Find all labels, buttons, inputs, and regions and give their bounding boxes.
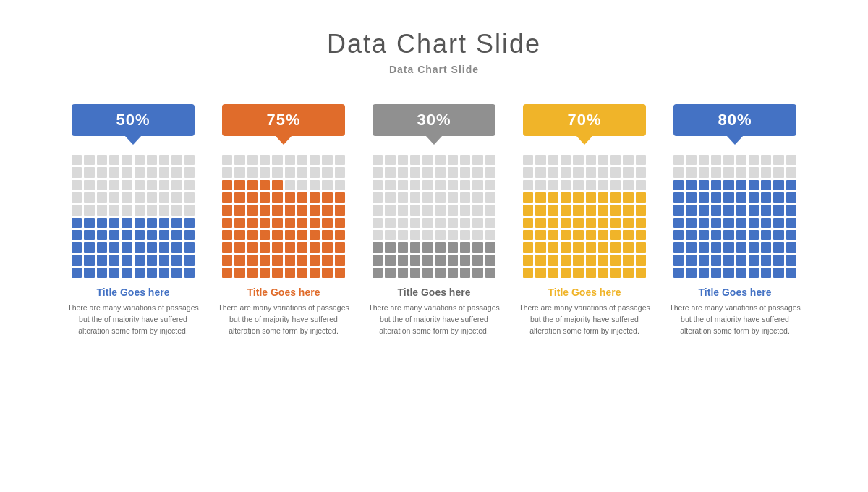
grid-cell xyxy=(736,192,746,203)
grid-cell xyxy=(749,242,759,253)
grid-cell xyxy=(222,167,232,177)
grid-cell xyxy=(97,192,107,203)
grid-cell xyxy=(773,167,783,177)
grid-cell xyxy=(373,155,383,165)
grid-cell xyxy=(272,192,282,203)
grid-cell xyxy=(84,155,94,165)
grid-cell xyxy=(535,167,545,177)
grid-cell xyxy=(610,205,621,215)
grid-cell xyxy=(523,167,533,177)
grid-cell xyxy=(598,255,608,265)
grid-cell xyxy=(272,218,282,228)
grid-cell xyxy=(109,230,119,240)
grid-cell xyxy=(84,268,94,278)
grid-cell xyxy=(699,230,709,240)
grid-cell xyxy=(786,230,796,240)
chart-desc-5: There are many variations of passages bu… xyxy=(666,302,804,336)
grid-cell xyxy=(448,192,458,203)
grid-cell xyxy=(472,268,482,278)
waffle-3 xyxy=(373,155,495,278)
grid-cell xyxy=(285,242,295,253)
grid-cell xyxy=(686,218,696,228)
grid-cell xyxy=(410,242,420,253)
grid-cell xyxy=(598,205,608,215)
grid-cell xyxy=(610,268,621,278)
badge-4: 70% xyxy=(523,104,646,136)
grid-cell xyxy=(398,167,408,177)
grid-cell xyxy=(523,205,533,215)
grid-cell xyxy=(147,167,157,177)
grid-cell xyxy=(72,180,82,190)
grid-cell xyxy=(135,255,145,265)
grid-cell xyxy=(761,218,771,228)
grid-cell xyxy=(598,167,608,177)
grid-cell xyxy=(435,167,446,177)
grid-cell xyxy=(72,242,82,253)
grid-cell xyxy=(109,268,119,278)
grid-cell xyxy=(122,205,132,215)
grid-cell xyxy=(72,167,82,177)
grid-cell xyxy=(335,230,345,240)
grid-cell xyxy=(385,255,395,265)
grid-cell xyxy=(636,268,646,278)
grid-cell xyxy=(171,255,182,265)
grid-cell xyxy=(222,192,232,203)
waffle-1 xyxy=(72,155,195,278)
grid-cell xyxy=(310,268,320,278)
grid-cell xyxy=(636,218,646,228)
grid-cell xyxy=(448,230,458,240)
grid-cell xyxy=(310,180,320,190)
grid-cell xyxy=(373,268,383,278)
grid-cell xyxy=(285,192,295,203)
grid-cell xyxy=(699,268,709,278)
grid-cell xyxy=(335,180,345,190)
grid-cell xyxy=(285,167,295,177)
grid-cell xyxy=(135,167,145,177)
grid-cell xyxy=(673,192,684,203)
grid-cell xyxy=(686,230,696,240)
grid-cell xyxy=(435,155,446,165)
grid-cell xyxy=(322,192,332,203)
grid-cell xyxy=(711,268,721,278)
grid-cell xyxy=(586,167,596,177)
grid-cell xyxy=(398,218,408,228)
grid-cell xyxy=(184,230,195,240)
grid-cell xyxy=(598,218,608,228)
grid-cell xyxy=(485,255,495,265)
grid-cell xyxy=(122,230,132,240)
grid-cell xyxy=(786,167,796,177)
grid-cell xyxy=(373,205,383,215)
grid-cell xyxy=(122,180,132,190)
grid-cell xyxy=(147,268,157,278)
grid-cell xyxy=(548,155,558,165)
grid-cell xyxy=(448,268,458,278)
grid-cell xyxy=(749,218,759,228)
grid-cell xyxy=(723,180,733,190)
grid-cell xyxy=(247,255,258,265)
grid-cell xyxy=(335,255,345,265)
grid-cell xyxy=(586,155,596,165)
grid-cell xyxy=(435,242,446,253)
badge-5: 80% xyxy=(673,104,796,136)
grid-cell xyxy=(234,242,244,253)
grid-cell xyxy=(97,268,107,278)
grid-cell xyxy=(322,242,332,253)
grid-cell xyxy=(773,230,783,240)
grid-cell xyxy=(636,255,646,265)
grid-cell xyxy=(472,192,482,203)
grid-cell xyxy=(460,230,470,240)
chart-col-1: 50%Title Goes hereThere are many variati… xyxy=(64,104,202,336)
grid-cell xyxy=(686,205,696,215)
grid-cell xyxy=(460,192,470,203)
grid-cell xyxy=(723,268,733,278)
grid-cell xyxy=(234,180,244,190)
grid-cell xyxy=(773,268,783,278)
grid-cell xyxy=(523,230,533,240)
grid-cell xyxy=(711,218,721,228)
grid-cell xyxy=(472,218,482,228)
grid-cell xyxy=(184,242,195,253)
grid-cell xyxy=(122,255,132,265)
grid-cell xyxy=(586,180,596,190)
grid-cell xyxy=(260,255,270,265)
grid-cell xyxy=(435,192,446,203)
